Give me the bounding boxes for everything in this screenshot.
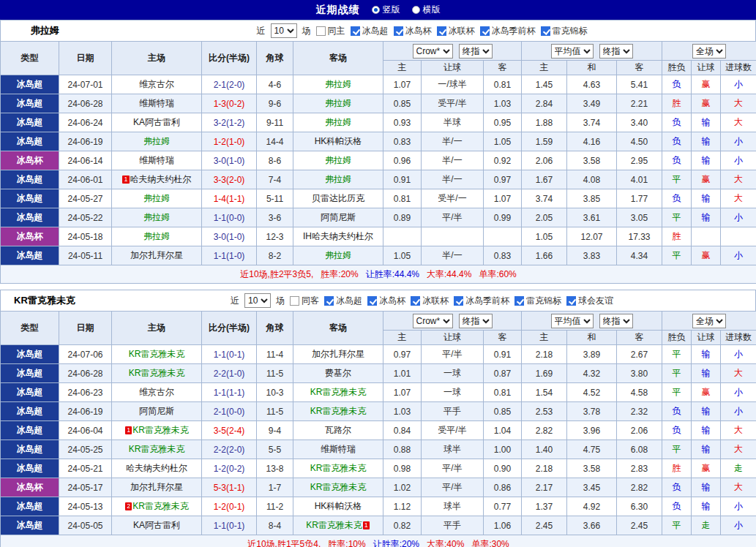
asia-final-odds-select[interactable]: 终指 (459, 44, 493, 59)
match-row: 冰岛超24-06-28KR雷克雅未克2-2(1-0)11-5费基尔1.01一球0… (1, 364, 756, 383)
checkbox-checked-icon[interactable] (566, 296, 576, 306)
result-goals: 小 (721, 345, 756, 364)
team-name-text: 弗拉姆 (325, 174, 351, 184)
asia-away-sub-header: 客 (484, 331, 522, 345)
match-row: 冰岛超24-05-21哈夫纳夫约杜尔1-2(0-2)13-8KR雷克雅未克0.9… (1, 459, 756, 478)
team-name-text: 维斯特瑞 (321, 444, 356, 454)
team-name-text: KR雷克雅未克 (310, 463, 367, 473)
league-filter-checkbox[interactable]: 冰联杯 (411, 295, 449, 307)
result-outcome: 负 (662, 478, 692, 497)
home-team-cell: 维斯特瑞 (112, 94, 202, 113)
euro-home-odds: 1.45 (522, 75, 567, 94)
checkbox-unchecked-icon[interactable] (290, 296, 299, 306)
match-score: 1-1(0-1) (202, 516, 257, 535)
euro-away-odds: 4.01 (617, 170, 662, 189)
checkbox-checked-icon[interactable] (454, 296, 463, 306)
result-outcome: 负 (662, 497, 692, 516)
league-filter-checkbox[interactable]: 冰岛季前杯 (480, 25, 536, 37)
checkbox-checked-icon[interactable] (324, 296, 334, 306)
result-outcome: 胜 (662, 94, 692, 113)
team-name-text: 弗拉姆 (143, 193, 170, 203)
checkbox-checked-icon[interactable] (394, 26, 403, 36)
corner-score: 11-5 (257, 364, 293, 383)
league-filter-checkbox[interactable]: 雷克锦标 (541, 25, 588, 37)
average-odds-select[interactable]: 平均值 (551, 44, 594, 59)
bookmaker-select[interactable]: Crow* (413, 314, 453, 328)
home-team-cell: 1KR雷克雅未克 (112, 421, 202, 440)
asia-away-odds: 0.86 (484, 478, 522, 497)
league-filter-checkbox[interactable]: 冰岛杯 (367, 295, 405, 307)
checkbox-checked-icon[interactable] (514, 296, 524, 306)
away-team-cell: KR雷克雅未克 (293, 478, 383, 497)
summary-stat: 胜率:10% (328, 539, 365, 547)
same-venue-checkbox[interactable]: 同客 (290, 295, 319, 307)
team-name-text: HK科帕沃格 (315, 136, 362, 146)
asia-away-odds: 1.07 (484, 189, 522, 208)
euro-away-odds: 3.40 (617, 113, 662, 132)
euro-home-odds: 1.54 (522, 383, 567, 402)
away-team-cell: KR雷克雅未克 (293, 383, 383, 402)
radio-icon[interactable] (412, 6, 420, 14)
asia-final-odds-select[interactable]: 终指 (459, 314, 493, 328)
away-team-cell: 费基尔 (293, 364, 383, 383)
checkbox-checked-icon[interactable] (480, 26, 490, 36)
euro-draw-odds: 4.32 (567, 364, 617, 383)
red-card-badge: 1 (363, 521, 370, 529)
checkbox-checked-icon[interactable] (367, 296, 377, 306)
euro-home-odds: 1.66 (522, 246, 567, 265)
col-away-header: 客场 (293, 312, 383, 345)
result-goals: 大 (721, 421, 756, 440)
col-score-header: 比分(半场) (202, 312, 257, 345)
checkbox-checked-icon[interactable] (411, 296, 420, 306)
home-team-cell: 维京古尔 (112, 75, 202, 94)
match-scope-select[interactable]: 全场 (692, 314, 726, 328)
result-goals: 小 (721, 383, 756, 402)
league-filter-checkbox[interactable]: 冰岛杯 (394, 25, 432, 37)
checkbox-checked-icon[interactable] (351, 26, 360, 36)
league-type-cell: 冰岛杯 (1, 478, 59, 497)
league-filter-checkbox[interactable]: 球会友谊 (566, 295, 613, 307)
euro-draw-odds: 3.74 (567, 113, 617, 132)
euro-final-odds-select[interactable]: 终指 (599, 44, 633, 59)
col-home-header: 主场 (112, 42, 202, 75)
result-outcome: 平 (662, 440, 692, 459)
asia-home-odds (383, 227, 422, 246)
euro-draw-odds: 3.96 (567, 421, 617, 440)
result-outcome: 负 (662, 151, 692, 170)
asia-home-odds: 0.91 (383, 170, 422, 189)
euro-home-odds: 2.45 (522, 516, 567, 535)
match-date: 24-05-17 (59, 478, 112, 497)
checkbox-checked-icon[interactable] (541, 26, 550, 36)
euro-away-sub-header: 客 (617, 331, 662, 345)
layout-radio-vertical[interactable]: 竖版 (372, 4, 400, 16)
euro-away-odds: 6.08 (617, 440, 662, 459)
summary-stat: 大率:40% (427, 539, 464, 547)
corner-score: 11-2 (257, 497, 293, 516)
bookmaker-select[interactable]: Crow* (413, 44, 453, 59)
euro-draw-odds: 4.08 (567, 170, 617, 189)
radio-icon[interactable] (372, 6, 380, 14)
asia-home-odds: 0.98 (383, 459, 422, 478)
match-score: 1-4(1-1) (202, 189, 257, 208)
league-filter-checkbox[interactable]: 冰岛超 (351, 25, 389, 37)
team-name-text: 瓦路尔 (325, 425, 351, 435)
asia-handicap: 平/半 (422, 478, 484, 497)
league-filter-checkbox[interactable]: 冰岛超 (324, 295, 362, 307)
euro-draw-odds: 4.63 (567, 75, 617, 94)
league-filter-checkbox[interactable]: 冰联杯 (437, 25, 475, 37)
league-filter-checkbox[interactable]: 雷克锦标 (514, 295, 561, 307)
same-venue-checkbox[interactable]: 同主 (316, 25, 345, 37)
league-filter-checkbox[interactable]: 冰岛季前杯 (454, 295, 509, 307)
euro-final-odds-select[interactable]: 终指 (599, 314, 633, 328)
euro-home-sub-header: 主 (522, 331, 567, 345)
layout-radio-horizontal[interactable]: 横版 (412, 4, 441, 16)
average-odds-select[interactable]: 平均值 (551, 314, 594, 328)
filter-bar: KR雷克雅未克近10场同客冰岛超冰岛杯冰联杯冰岛季前杯雷克锦标球会友谊 (0, 290, 756, 311)
match-date: 24-05-25 (59, 440, 112, 459)
checkbox-unchecked-icon[interactable] (316, 26, 326, 36)
checkbox-checked-icon[interactable] (437, 26, 446, 36)
recent-count-select[interactable]: 10 (244, 293, 271, 308)
result-goals: 大 (721, 113, 756, 132)
recent-count-select[interactable]: 10 (271, 23, 297, 38)
match-scope-select[interactable]: 全场 (692, 44, 726, 59)
